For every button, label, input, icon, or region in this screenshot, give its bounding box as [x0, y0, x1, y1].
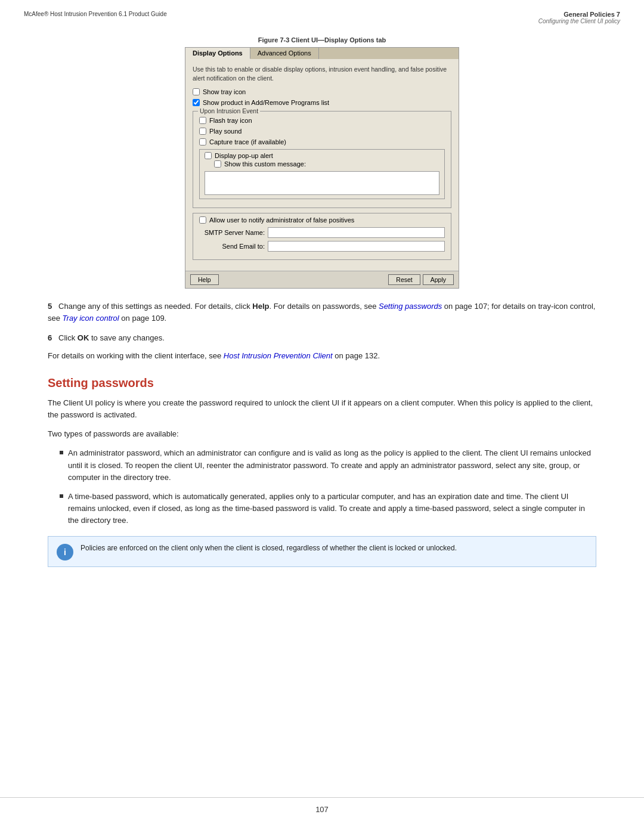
show-product-checkbox[interactable]	[193, 99, 200, 106]
tray-icon-link[interactable]: Tray icon control	[63, 314, 119, 323]
info-box: i Policies are enforced on the client on…	[48, 536, 596, 567]
dialog-description: Use this tab to enable or disable displa…	[193, 65, 451, 82]
play-sound-checkbox[interactable]	[199, 128, 206, 135]
email-label: Send Email to:	[199, 243, 265, 250]
setting-passwords-title: Setting passwords	[48, 376, 596, 390]
header-right-top: General Policies 7	[538, 11, 620, 18]
setting-passwords-para1: The Client UI policy is where you create…	[48, 397, 596, 421]
for-details-ref: on page 132.	[333, 351, 380, 360]
smtp-label: SMTP Server Name:	[199, 229, 265, 236]
flash-tray-label: Flash tray icon	[209, 117, 252, 124]
upon-intrusion-group: Upon Intrusion Event Flash tray icon Pla…	[193, 111, 451, 208]
show-tray-icon-row: Show tray icon	[193, 88, 451, 95]
false-positive-label: Allow user to notify administrator of fa…	[209, 216, 354, 224]
step5-number: 5	[48, 302, 52, 311]
email-row: Send Email to:	[199, 241, 445, 252]
page-header: McAfee® Host Intrusion Prevention 6.1 Pr…	[0, 0, 644, 30]
email-input[interactable]	[268, 241, 445, 252]
popup-alert-checkbox[interactable]	[205, 152, 212, 159]
for-details-text: For details on working with the client i…	[48, 351, 224, 360]
false-positive-group: Allow user to notify administrator of fa…	[193, 213, 451, 260]
step5-ref1: on page 107	[442, 302, 487, 311]
popup-alert-group: Display pop-up alert Show this custom me…	[199, 149, 445, 199]
figure-caption: Figure 7-3 Client UI—Display Options tab	[48, 36, 596, 44]
info-icon: i	[57, 544, 73, 561]
bullet-icon-1	[60, 451, 63, 454]
main-content: Figure 7-3 Client UI—Display Options tab…	[0, 30, 644, 600]
setting-passwords-link[interactable]: Setting passwords	[379, 302, 442, 311]
dialog-btn-group: Reset Apply	[388, 274, 454, 285]
bullet-list: An administrator password, which an admi…	[60, 447, 596, 527]
flash-tray-row: Flash tray icon	[199, 117, 445, 124]
custom-message-label: Show this custom message:	[224, 160, 306, 168]
step6-text: 6 Click OK to save any changes.	[48, 332, 596, 344]
show-tray-icon-checkbox[interactable]	[193, 88, 200, 95]
play-sound-row: Play sound	[199, 128, 445, 135]
for-details-para: For details on working with the client i…	[48, 350, 596, 362]
false-positive-checkbox[interactable]	[199, 216, 206, 224]
custom-message-row: Show this custom message:	[214, 160, 439, 168]
list-item: A time-based password, which is automati…	[60, 491, 596, 527]
popup-alert-label: Display pop-up alert	[215, 152, 273, 159]
show-product-row: Show product in Add/Remove Programs list	[193, 99, 451, 106]
apply-button[interactable]: Apply	[423, 274, 454, 285]
header-right: General Policies 7 Configuring the Clien…	[538, 11, 620, 24]
info-box-text: Policies are enforced on the client only…	[80, 543, 457, 553]
help-button[interactable]: Help	[190, 274, 219, 285]
capture-trace-label: Capture trace (if available)	[209, 138, 286, 145]
bullet-icon-2	[60, 494, 63, 498]
list-item: An administrator password, which an admi…	[60, 447, 596, 483]
capture-trace-row: Capture trace (if available)	[199, 138, 445, 145]
hip-client-link[interactable]: Host Intrusion Prevention Client	[224, 351, 333, 360]
step6-number: 6	[48, 333, 52, 342]
header-left: McAfee® Host Intrusion Prevention 6.1 Pr…	[24, 11, 167, 17]
step5-text: 5 Change any of this settings as needed.…	[48, 301, 596, 324]
tab-display-options[interactable]: Display Options	[185, 48, 250, 59]
upon-intrusion-inner: Flash tray icon Play sound Capture trace…	[199, 117, 445, 199]
dialog-box: Display Options Advanced Options Use thi…	[185, 47, 459, 289]
custom-message-textarea[interactable]	[205, 171, 439, 195]
flash-tray-checkbox[interactable]	[199, 117, 206, 124]
bullet-text-2: A time-based password, which is automati…	[68, 491, 596, 527]
capture-trace-checkbox[interactable]	[199, 138, 206, 145]
step6-text-main: Click OK to save any changes.	[58, 333, 165, 342]
header-left-text: McAfee® Host Intrusion Prevention 6.1 Pr…	[24, 11, 167, 17]
dialog-footer: Help Reset Apply	[185, 271, 459, 288]
smtp-row: SMTP Server Name:	[199, 227, 445, 238]
step5-ref2: on page 109.	[119, 314, 167, 323]
upon-intrusion-label: Upon Intrusion Event	[198, 107, 260, 114]
custom-message-checkbox[interactable]	[214, 160, 221, 168]
dialog-content: Use this tab to enable or disable displa…	[185, 59, 459, 271]
setting-passwords-para2: Two types of passwords are available:	[48, 428, 596, 440]
smtp-input[interactable]	[268, 227, 445, 238]
popup-alert-row: Display pop-up alert	[205, 152, 439, 159]
tab-advanced-options[interactable]: Advanced Options	[250, 48, 319, 59]
dialog-tabs: Display Options Advanced Options	[185, 48, 459, 59]
show-product-label: Show product in Add/Remove Programs list	[203, 99, 329, 106]
page-footer: 107	[0, 797, 644, 821]
step5-text-main: Change any of this settings as needed. F…	[58, 302, 379, 311]
false-positive-row: Allow user to notify administrator of fa…	[199, 216, 445, 224]
play-sound-label: Play sound	[209, 128, 242, 135]
reset-button[interactable]: Reset	[388, 274, 420, 285]
show-tray-icon-label: Show tray icon	[203, 88, 246, 95]
header-right-bottom: Configuring the Client UI policy	[538, 18, 620, 24]
bullet-text-1: An administrator password, which an admi…	[68, 447, 596, 483]
page-number: 107	[315, 805, 329, 814]
